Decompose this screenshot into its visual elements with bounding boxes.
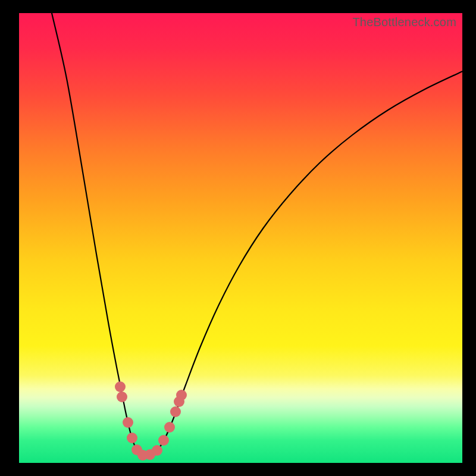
data-marker — [127, 433, 137, 443]
data-marker — [170, 406, 181, 417]
markers-group — [115, 381, 187, 461]
chart-stage: TheBottleneck.com — [0, 0, 476, 476]
data-marker — [158, 435, 169, 446]
data-marker — [117, 392, 127, 402]
data-marker — [152, 445, 162, 456]
plot-area: TheBottleneck.com — [19, 13, 462, 463]
bottleneck-curve — [52, 13, 462, 456]
data-marker — [164, 422, 175, 433]
data-marker — [176, 390, 187, 400]
data-marker — [123, 417, 133, 428]
data-marker — [115, 381, 126, 392]
chart-svg — [19, 13, 462, 463]
